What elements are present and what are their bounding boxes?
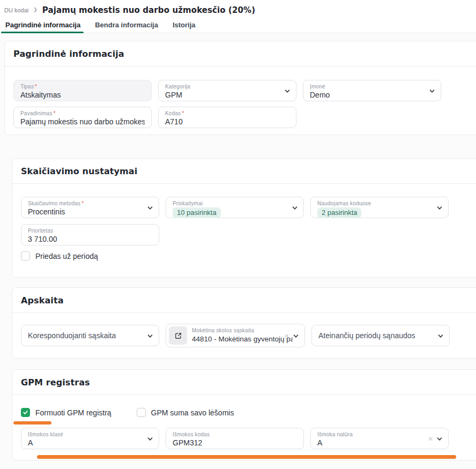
required-asterisk: *	[182, 110, 184, 116]
field-label-text: Prioritetas	[28, 228, 53, 234]
tab-label: Pagrindinė informacija	[5, 21, 80, 29]
section-title: Skaičiavimo nustatymai	[21, 166, 137, 176]
field-skaiciavimo-metodas-select[interactable]: Skaičiavimo metodas* Procentinis	[21, 197, 159, 218]
selection-count-chip: 2 pasirinkta	[317, 207, 361, 218]
field-kodas-input[interactable]: Kodas* A710	[158, 107, 296, 128]
required-asterisk: *	[81, 200, 84, 206]
field-ismoka-natura-select[interactable]: Išmoka natūra A ✕	[310, 428, 449, 449]
field-label: Skaičiavimo metodas*	[28, 200, 145, 207]
checkbox-gpm-suma-savo-lesomis[interactable]	[137, 408, 146, 417]
field-label: Išmoka natūra	[317, 431, 434, 438]
field-value: A	[317, 438, 434, 448]
field-imone-select[interactable]: Įmonė Demo	[303, 80, 441, 101]
field-placeholder: Ateinančių periodų sąnaudos	[318, 331, 415, 340]
field-label-text: Išmoka natūra	[317, 431, 353, 437]
field-label-text: Kategorija	[165, 84, 190, 90]
checkbox-formuoti-gpm-registra[interactable]	[21, 408, 30, 417]
chevron-down-icon	[147, 436, 153, 442]
checkbox-row-priedas: Priedas už periodą	[21, 251, 472, 260]
field-value: Atskaitymas	[20, 90, 145, 100]
field-kategorija-select[interactable]: Kategorija GPM	[158, 80, 296, 101]
chevron-down-icon	[147, 333, 153, 339]
tab-label: Bendra informacija	[95, 21, 158, 29]
annotation-underline-1	[13, 421, 51, 425]
field-moketina-skolos-saskaita-select[interactable]: Mokėtina skolos sąskaita 44810 - Mokėtin…	[166, 324, 305, 347]
external-link-icon	[174, 332, 182, 340]
section-header: Pagrindinė informacija	[5, 41, 476, 66]
tab-pagrindine-informacija[interactable]: Pagrindinė informacija	[4, 18, 81, 33]
field-prioritetas-input[interactable]: Prioritetas 3 710.00	[21, 224, 159, 245]
checkbox-row-gpm-suma: GPM suma savo lėšomis	[137, 408, 234, 417]
field-priskaitymai-multiselect[interactable]: Priskaitymai 10 pasirinkta	[166, 197, 304, 218]
field-label: Prioritetas	[28, 227, 152, 234]
gpm-checkbox-group: Formuoti GPM registrą GPM suma savo lėšo…	[21, 408, 472, 417]
clear-icon[interactable]: ✕	[428, 435, 433, 443]
field-label: Pavadinimas*	[20, 110, 145, 117]
field-pavadinimas-input[interactable]: Pavadinimas* Pajamų mokestis nuo darbo u…	[13, 107, 152, 128]
field-label-text: Kodas	[165, 110, 181, 116]
field-ateinanciu-periodu-sanaudos-select[interactable]: Ateinančių periodų sąnaudos	[311, 325, 450, 346]
field-label-text: Mokėtina skolos sąskaita	[192, 327, 254, 333]
section-title: Apskaita	[21, 295, 64, 306]
tab-bar: Pagrindinė informacija Bendra informacij…	[0, 16, 476, 33]
field-value: A	[28, 438, 145, 448]
field-placeholder: Koresponduojanti sąskaita	[28, 331, 116, 340]
field-label-text: Skaičiavimo metodas	[28, 200, 80, 206]
field-label: Naudojamas koduose	[317, 200, 434, 207]
field-value: 44810 - Mokėtinas gyventojų pajc	[192, 334, 293, 344]
field-label-text: Pavadinimas	[20, 110, 52, 116]
section-body: Koresponduojanti sąskaita Mokėtina skolo…	[12, 313, 476, 358]
section-header: Apskaita	[12, 288, 476, 313]
section-title: GPM registras	[21, 377, 90, 388]
section-apskaita: Apskaita Koresponduojanti sąskaita Mokėt…	[12, 287, 476, 359]
checkbox-label: Priedas už periodą	[35, 252, 98, 260]
section-header: Skaičiavimo nustatymai	[12, 159, 476, 184]
section-header: GPM registras	[12, 370, 476, 395]
field-label: Priskaitymai	[173, 200, 289, 207]
field-label: Kodas*	[165, 110, 289, 117]
checkbox-label: Formuoti GPM registrą	[35, 408, 111, 417]
tab-istorija[interactable]: Istorija	[172, 18, 197, 33]
field-label-text: Naudojamas koduose	[317, 200, 371, 206]
field-label-text: Įmonė	[310, 84, 325, 90]
field-value: A710	[165, 117, 289, 127]
chevron-down-icon	[436, 205, 443, 211]
section-body: Formuoti GPM registrą GPM suma savo lėšo…	[12, 395, 476, 460]
field-label: Tipas*	[20, 83, 145, 90]
open-account-button[interactable]	[169, 326, 187, 345]
breadcrumb: DU kodai ❯ Pajamų mokestis nuo darbo užm…	[4, 5, 476, 16]
checkbox-row-formuoti: Formuoti GPM registrą	[21, 408, 111, 417]
section-pagrindine-informacija: Pagrindinė informacija Tipas* Atskaityma…	[4, 41, 476, 135]
field-label: Išmokos klasė	[28, 431, 145, 438]
field-koresponduojanti-saskaita-select[interactable]: Koresponduojanti sąskaita	[21, 325, 159, 346]
tab-label: Istorija	[173, 21, 196, 29]
tab-bendra-informacija[interactable]: Bendra informacija	[94, 18, 159, 33]
field-label: Išmokos kodas	[173, 431, 297, 438]
checkbox-label: GPM suma savo lėšomis	[151, 408, 234, 417]
annotation-underline-2	[37, 455, 456, 459]
checkbox-priedas-uz-perioda[interactable]	[21, 251, 30, 260]
page-content: Pagrindinė informacija Tipas* Atskaityma…	[0, 33, 476, 469]
field-label: Mokėtina skolos sąskaita	[192, 327, 293, 334]
page-title: Pajamų mokestis nuo darbo užmokesčio (20…	[42, 5, 255, 15]
check-icon	[23, 410, 28, 415]
field-ismokos-kodas-input[interactable]: Išmokos kodas GPM312	[166, 428, 304, 449]
chevron-down-icon	[436, 436, 443, 442]
chevron-down-icon	[437, 333, 444, 339]
field-value: Procentinis	[28, 207, 145, 217]
field-naudojamas-koduose-multiselect[interactable]: Naudojamas koduose 2 pasirinkta	[310, 197, 449, 218]
field-ismokos-klase-select[interactable]: Išmokos klasė A	[21, 428, 159, 449]
chevron-down-icon	[429, 88, 435, 94]
required-asterisk: *	[35, 84, 37, 90]
section-title: Pagrindinė informacija	[13, 49, 124, 59]
active-tab-indicator	[1, 32, 84, 33]
section-body: Tipas* Atskaitymas Kategorija GPM Įmonė …	[5, 66, 476, 135]
chevron-down-icon	[147, 205, 153, 211]
breadcrumb-chevron-icon: ❯	[33, 7, 38, 12]
field-label: Kategorija	[165, 83, 282, 90]
field-label: Įmonė	[310, 83, 427, 90]
field-value: Demo	[310, 90, 427, 100]
clear-icon[interactable]: ✕	[284, 332, 289, 340]
chevron-down-icon	[293, 333, 299, 339]
breadcrumb-parent-link[interactable]: DU kodai	[4, 7, 28, 13]
